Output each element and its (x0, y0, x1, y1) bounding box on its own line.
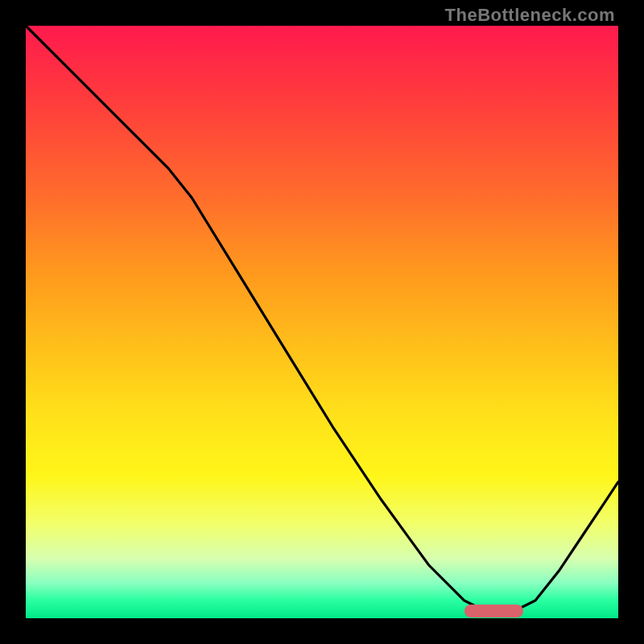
watermark-text: TheBottleneck.com (445, 5, 615, 26)
bottleneck-curve (26, 26, 618, 618)
curve-path (26, 26, 618, 613)
chart-frame: TheBottleneck.com (0, 0, 644, 644)
optimum-bar (464, 605, 524, 617)
plot-area (26, 26, 618, 618)
